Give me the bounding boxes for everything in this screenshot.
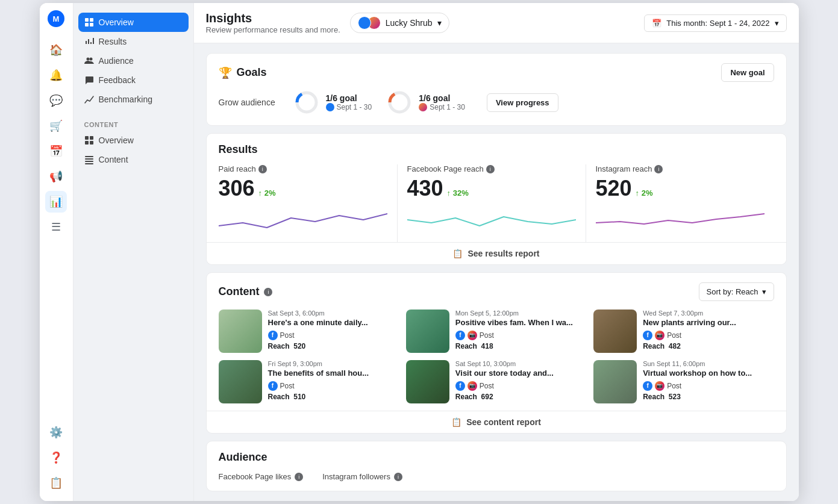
metric-fb-reach-change: ↑ 32%: [447, 188, 469, 198]
nav-sidebar-toggle-icon[interactable]: 📋: [45, 472, 67, 494]
page-title: Insights: [206, 11, 340, 25]
header-title-block: Insights Review performance results and …: [206, 11, 340, 34]
goal-facebook-fraction: 1/6 goal: [326, 93, 372, 103]
post-title: The benefits of small hou...: [268, 369, 369, 379]
nav-bell-icon[interactable]: 🔔: [45, 64, 67, 86]
metric-ig-reach-label: Instagram reach i: [596, 164, 765, 173]
facebook-platform-icon: f: [268, 381, 278, 391]
meta-logo: M: [48, 10, 64, 30]
goals-header: 🏆 Goals New goal: [219, 63, 774, 82]
nav-calendar-icon[interactable]: 📅: [45, 140, 67, 162]
metric-fb-reach-chart: [407, 205, 576, 235]
post-item: Fri Sept 9, 3:00pm The benefits of small…: [219, 360, 399, 403]
post-date: Mon Sept 5, 12:00pm: [455, 310, 573, 317]
sidebar-item-content-overview[interactable]: Overview: [78, 131, 189, 150]
post-date: Sat Sept 3, 6:00pm: [268, 310, 368, 317]
nav-shop-icon[interactable]: 🛒: [45, 115, 67, 137]
sidebar-item-overview[interactable]: Overview: [78, 13, 189, 32]
nav-home-icon[interactable]: 🏠: [45, 39, 67, 61]
instagram-platform-icon: 📷: [467, 381, 477, 391]
post-thumbnail: [406, 310, 449, 353]
facebook-platform-icon: f: [268, 331, 278, 340]
new-goal-button[interactable]: New goal: [721, 63, 774, 82]
calendar-icon: 📅: [652, 19, 661, 28]
sidebar-item-feedback[interactable]: Feedback: [78, 70, 189, 90]
nav-settings-icon[interactable]: ⚙️: [45, 422, 67, 443]
post-type: Post: [667, 382, 681, 390]
facebook-avatar: [358, 16, 371, 30]
content-info-icon[interactable]: i: [264, 288, 272, 296]
post-platforms: f Post: [268, 381, 369, 391]
nav-chart-icon[interactable]: 📊: [45, 191, 67, 213]
facebook-platform-icon: f: [643, 331, 652, 340]
content-card-header: Content i Sort by: Reach ▾: [219, 282, 774, 301]
content-card: Content i Sort by: Reach ▾ Sat Sept 3, 6…: [206, 272, 787, 434]
metric-paid-reach-label: Paid reach i: [219, 164, 387, 173]
goal-instagram-dates: Sept 1 - 30: [419, 103, 465, 111]
post-title: Virtual workshop on how to...: [643, 369, 752, 379]
post-platforms: f Post: [268, 331, 368, 340]
sidebar-item-audience[interactable]: Audience: [78, 51, 189, 70]
nav-menu-icon[interactable]: ☰: [45, 216, 67, 238]
metrics-row: Paid reach i 306 ↑ 2%: [219, 164, 774, 242]
ig-reach-info-icon[interactable]: i: [654, 165, 663, 173]
metric-ig-reach-value: 520 ↑ 2%: [596, 176, 765, 201]
audience-metrics: Facebook Page likes i Instagram follower…: [219, 472, 774, 481]
results-title: Results: [219, 143, 774, 156]
sidebar-item-content-content[interactable]: Content: [78, 150, 189, 169]
post-title: Here's a one minute daily...: [268, 318, 368, 328]
content-title-row: Content i: [219, 285, 273, 298]
see-results-report-button[interactable]: 📋 See results report: [207, 242, 786, 264]
post-type: Post: [480, 331, 494, 340]
nav-megaphone-icon[interactable]: 📢: [45, 166, 67, 187]
post-platforms: f 📷 Post: [643, 381, 752, 391]
post-thumbnail: [593, 310, 637, 353]
sidebar-item-benchmarking[interactable]: Benchmarking: [78, 90, 189, 109]
fb-reach-info-icon[interactable]: i: [486, 165, 495, 173]
svg-rect-15: [85, 163, 93, 164]
post-thumbnail: [219, 360, 262, 403]
nav-chat-icon[interactable]: 💬: [45, 90, 67, 111]
account-name: Lucky Shrub: [386, 18, 433, 28]
account-selector[interactable]: Lucky Shrub ▾: [350, 13, 449, 33]
paid-reach-info-icon[interactable]: i: [258, 165, 267, 173]
svg-point-6: [86, 58, 89, 61]
svg-text:M: M: [53, 14, 60, 23]
page-subtitle: Review performance results and more.: [206, 25, 340, 34]
post-date: Fri Sept 9, 3:00pm: [268, 360, 369, 367]
audience-fb-info-icon[interactable]: i: [295, 473, 303, 481]
sort-button[interactable]: Sort by: Reach ▾: [699, 282, 774, 301]
audience-fb-likes: Facebook Page likes i: [219, 472, 304, 481]
post-type: Post: [280, 331, 295, 340]
sidebar-item-results[interactable]: Results: [78, 32, 189, 51]
metric-paid-reach: Paid reach i 306 ↑ 2%: [219, 164, 398, 242]
goals-row: Grow audience 1/6 goal: [219, 89, 774, 116]
post-reach: Reach 692: [455, 393, 554, 401]
date-dropdown-icon: ▾: [775, 19, 779, 28]
audience-ig-info-icon[interactable]: i: [394, 473, 402, 481]
post-info: Sat Sept 3, 6:00pm Here's a one minute d…: [268, 310, 368, 350]
nav-help-icon[interactable]: ❓: [45, 447, 67, 468]
report-icon: 📋: [452, 249, 463, 258]
date-selector[interactable]: 📅 This month: Sept 1 - 24, 2022 ▾: [644, 14, 786, 32]
post-date: Sat Sept 10, 3:00pm: [455, 360, 554, 367]
svg-rect-13: [85, 158, 93, 160]
post-platforms: f 📷 Post: [643, 331, 736, 340]
see-content-report-button[interactable]: 📋 See content report: [207, 411, 786, 433]
metric-paid-reach-chart: [219, 205, 387, 235]
goal-facebook-info: 1/6 goal Sept 1 - 30: [326, 93, 372, 111]
post-reach: Reach 482: [643, 342, 736, 350]
metric-fb-reach-value: 430 ↑ 32%: [407, 176, 576, 201]
view-progress-button[interactable]: View progress: [487, 93, 558, 112]
audience-card: Audience Facebook Page likes i Instagram…: [206, 441, 787, 491]
goal-instagram-fraction: 1/6 goal: [419, 93, 465, 103]
post-thumbnail: [593, 360, 637, 403]
svg-rect-9: [90, 136, 93, 140]
account-dropdown-icon[interactable]: ▾: [437, 18, 442, 28]
svg-rect-10: [85, 141, 89, 145]
sidebar-main-section: Overview Results Audience Feedback Bench…: [78, 13, 189, 109]
post-type: Post: [480, 382, 494, 390]
post-item: Mon Sept 5, 12:00pm Positive vibes fam. …: [406, 310, 586, 353]
post-reach: Reach 510: [268, 393, 369, 401]
content-area: 🏆 Goals New goal Grow audience: [194, 43, 799, 501]
